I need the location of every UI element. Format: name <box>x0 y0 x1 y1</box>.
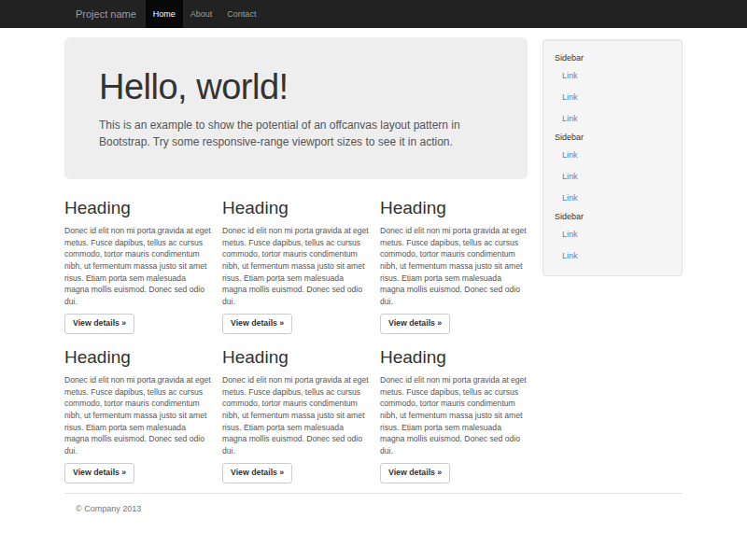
card-body-text: Donec id elit non mi porta gravida at eg… <box>222 374 370 456</box>
card-body-text: Donec id elit non mi porta gravida at eg… <box>64 225 212 307</box>
card-body-text: Donec id elit non mi porta gravida at eg… <box>380 374 528 456</box>
view-details-button[interactable]: View details » <box>222 314 292 334</box>
card: Heading Donec id elit non mi porta gravi… <box>380 179 528 334</box>
sidebar-heading: Sidebar <box>555 129 670 144</box>
view-details-button[interactable]: View details » <box>64 314 134 334</box>
card: Heading Donec id elit non mi porta gravi… <box>222 334 370 483</box>
card-heading: Heading <box>64 347 212 368</box>
page-footer: © Company 2013 <box>64 504 683 513</box>
card-body-text: Donec id elit non mi porta gravida at eg… <box>380 225 528 307</box>
view-details-button[interactable]: View details » <box>380 463 450 483</box>
card: Heading Donec id elit non mi porta gravi… <box>64 334 212 483</box>
sidebar-link[interactable]: Link <box>555 223 670 245</box>
nav-link-home[interactable]: Home <box>146 0 183 28</box>
view-details-button[interactable]: View details » <box>64 463 134 483</box>
sidebar-link[interactable]: Link <box>555 64 670 86</box>
sidebar-heading: Sidebar <box>555 49 670 64</box>
card: Heading Donec id elit non mi porta gravi… <box>64 179 212 334</box>
nav-item-home: Home <box>146 0 183 28</box>
card-heading: Heading <box>64 198 212 218</box>
card-heading: Heading <box>222 347 370 368</box>
jumbotron: Hello, world! This is an example to show… <box>64 37 528 179</box>
card: Heading Donec id elit non mi porta gravi… <box>222 179 370 334</box>
sidebar-link[interactable]: Link <box>555 165 670 187</box>
card-body-text: Donec id elit non mi porta gravida at eg… <box>64 374 212 456</box>
nav-item-contact: Contact <box>219 0 263 28</box>
sidebar-well: Sidebar Link Link Link Sidebar Link Link… <box>543 39 683 276</box>
copyright-text: © Company 2013 <box>64 504 683 513</box>
sidebar-link[interactable]: Link <box>555 245 670 266</box>
content-row: Hello, world! This is an example to show… <box>64 37 683 483</box>
sidebar-heading: Sidebar <box>555 208 670 223</box>
sidebar-link[interactable]: Link <box>555 86 670 107</box>
top-navbar: Project name Home About Contact <box>0 0 747 28</box>
sidebar-link[interactable]: Link <box>555 144 670 165</box>
nav-item-about: About <box>183 0 220 28</box>
card: Heading Donec id elit non mi porta gravi… <box>380 334 528 483</box>
footer-divider <box>64 493 683 494</box>
view-details-button[interactable]: View details » <box>222 463 292 483</box>
brand-link[interactable]: Project name <box>64 0 146 28</box>
page-title: Hello, world! <box>99 67 493 107</box>
jumbotron-description: This is an example to show the potential… <box>99 117 493 150</box>
sidebar-link[interactable]: Link <box>555 187 670 208</box>
sidebar-link[interactable]: Link <box>555 107 670 129</box>
card-body-text: Donec id elit non mi porta gravida at eg… <box>222 225 370 307</box>
card-heading: Heading <box>380 347 528 368</box>
page-container: Hello, world! This is an example to show… <box>64 37 683 513</box>
card-heading: Heading <box>380 198 528 218</box>
view-details-button[interactable]: View details » <box>380 314 450 334</box>
nav-link-contact[interactable]: Contact <box>219 0 263 28</box>
main-column: Hello, world! This is an example to show… <box>64 37 528 483</box>
navbar-container: Project name Home About Contact <box>64 0 683 28</box>
cards-row-2: Heading Donec id elit non mi porta gravi… <box>64 334 528 483</box>
cards-row-1: Heading Donec id elit non mi porta gravi… <box>64 179 528 334</box>
navbar-menu: Home About Contact <box>146 0 264 28</box>
nav-link-about[interactable]: About <box>183 0 220 28</box>
card-heading: Heading <box>222 198 370 218</box>
